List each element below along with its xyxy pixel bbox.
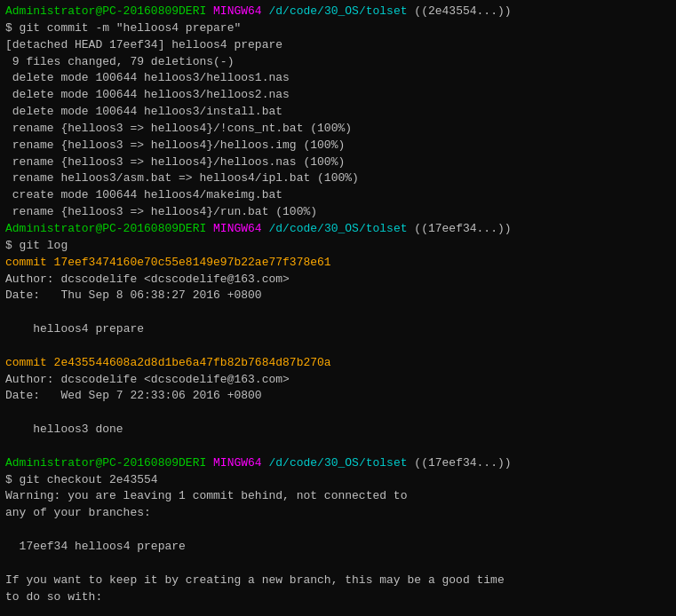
prompt-line: Administrator@PC-20160809DERI MINGW64 /d… — [5, 4, 671, 37]
prompt-branch: ((17eef34...)) — [414, 222, 511, 235]
output-text: If you want to keep it by creating a new… — [5, 573, 671, 606]
prompt-mingw: MINGW64 — [213, 456, 262, 470]
output-text: helloos4 prepare — [5, 321, 671, 338]
prompt-line: Administrator@PC-20160809DERI MINGW64 /d… — [5, 455, 671, 489]
commit-hash: commit 2e435544608a2d8d1be6a47fb82b7684d… — [5, 356, 331, 369]
prompt-path: /d/code/30_OS/tolset — [268, 456, 407, 470]
prompt-cmd: $ git commit -m "helloos4 prepare" — [5, 21, 241, 35]
prompt-mingw: MINGW64 — [213, 4, 262, 18]
blank-line — [5, 522, 671, 539]
prompt-user: Administrator@PC-20160809DERI — [5, 4, 206, 18]
output-text: helloos3 done — [5, 422, 671, 438]
prompt-mingw: MINGW64 — [213, 222, 262, 235]
blank-line — [5, 605, 671, 616]
blank-line — [5, 304, 671, 321]
output-text: Author: dcscodelife <dcscodelife@163.com… — [5, 372, 671, 406]
prompt-line: Administrator@PC-20160809DERI MINGW64 /d… — [5, 221, 671, 255]
prompt-user: Administrator@PC-20160809DERI — [5, 222, 206, 235]
blank-line — [5, 438, 671, 455]
blank-line — [5, 405, 671, 422]
blank-line — [5, 338, 671, 355]
output-text: [detached HEAD 17eef34] helloos4 prepare… — [5, 37, 671, 221]
prompt-branch: ((17eef34...)) — [414, 456, 511, 470]
output-text: 17eef34 helloos4 prepare — [5, 539, 671, 556]
blank-line — [5, 556, 671, 573]
commit-hash-line: commit 17eef3474160e70c55e8149e97b22ae77… — [5, 255, 671, 272]
commit-hash: commit 17eef3474160e70c55e8149e97b22ae77… — [5, 256, 331, 269]
prompt-path: /d/code/30_OS/tolset — [268, 4, 407, 18]
output-text: Author: dcscodelife <dcscodelife@163.com… — [5, 272, 671, 305]
prompt-path: /d/code/30_OS/tolset — [268, 222, 407, 235]
prompt-user: Administrator@PC-20160809DERI — [5, 456, 206, 470]
prompt-branch: ((2e43554...)) — [414, 4, 511, 18]
output-text: Warning: you are leaving 1 commit behind… — [5, 488, 671, 522]
prompt-cmd: $ git log — [5, 239, 68, 252]
terminal-window: Administrator@PC-20160809DERI MINGW64 /d… — [0, 0, 676, 616]
commit-hash-line: commit 2e435544608a2d8d1be6a47fb82b7684d… — [5, 355, 671, 372]
prompt-cmd: $ git checkout 2e43554 — [5, 473, 158, 486]
